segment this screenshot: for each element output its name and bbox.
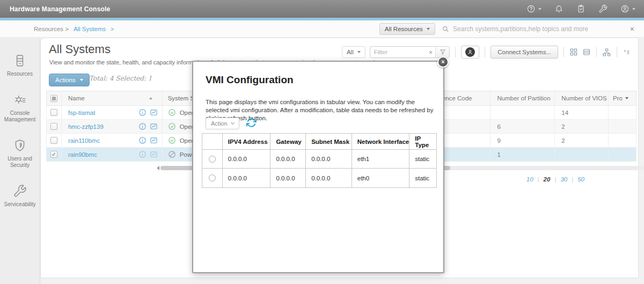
sidebar-item-users-security[interactable]: Users and Security xyxy=(0,139,40,169)
breadcrumb-all-systems[interactable]: All Systems xyxy=(74,26,106,32)
info-icon[interactable] xyxy=(138,108,147,116)
page-size-selector: 10 | 20 | 30 | 50 xyxy=(526,176,584,183)
column-menu-icon xyxy=(625,97,628,99)
wrench-icon xyxy=(13,184,27,198)
column-settings-icon[interactable] xyxy=(623,48,631,56)
action-dropdown-button[interactable]: Action xyxy=(206,118,239,129)
filter-group: × xyxy=(370,46,450,58)
list-view-icon[interactable] xyxy=(582,48,591,56)
status-operating-icon xyxy=(168,122,176,130)
row-checkbox[interactable] xyxy=(47,120,62,133)
subnet-mask-cell: 0.0.0.0 xyxy=(306,150,352,168)
system-name-link[interactable]: hmc-zzfp139 xyxy=(68,123,135,130)
column-header-vios[interactable]: Number of VIOS xyxy=(555,91,609,105)
column-header-name[interactable]: Name xyxy=(62,91,163,105)
accent-strip xyxy=(0,18,644,20)
performance-chart-icon[interactable] xyxy=(150,108,158,116)
column-header-subnet-mask: Subnet Mask xyxy=(306,134,352,149)
filter-input[interactable] xyxy=(370,49,426,55)
partitions-cell xyxy=(491,106,555,119)
notifications-icon[interactable] xyxy=(554,4,564,13)
filter-clear-icon[interactable]: × xyxy=(426,48,436,56)
filter-funnel-icon[interactable] xyxy=(435,47,449,57)
info-icon[interactable] xyxy=(138,122,147,130)
sidebar-item-resources[interactable]: Resources xyxy=(0,54,40,77)
server-icon xyxy=(13,54,27,68)
column-header-ipv4: IPV4 Address xyxy=(223,134,271,149)
subnet-mask-cell: 0.0.0.0 xyxy=(306,169,352,187)
page-size-10[interactable]: 10 xyxy=(526,176,533,183)
row-checkbox[interactable] xyxy=(47,106,62,119)
breadcrumb: Resources > All Systems > xyxy=(34,20,114,38)
radio-column-header xyxy=(202,134,223,149)
column-header-network-interface: Network Interface xyxy=(352,134,410,149)
toolbar-divider xyxy=(617,47,617,57)
system-name-link[interactable]: rain90bmc xyxy=(68,151,135,158)
performance-chart-icon[interactable] xyxy=(150,150,158,158)
sidebar-label: Resources xyxy=(6,71,34,77)
pinned-user-button[interactable] xyxy=(461,46,479,59)
breadcrumb-chevron: > xyxy=(111,26,114,32)
row-checkbox[interactable] xyxy=(47,134,62,147)
vios-cell xyxy=(555,148,609,161)
row-checkbox-checked[interactable] xyxy=(47,148,62,161)
grid-view-icon[interactable] xyxy=(569,48,578,56)
sidebar-item-console-management[interactable]: Console Management xyxy=(0,93,40,123)
row-radio[interactable] xyxy=(209,156,216,163)
pro-cell xyxy=(609,148,636,161)
table-toolbar: All × Connect Systems... xyxy=(342,46,631,59)
topology-view-icon[interactable] xyxy=(602,48,611,57)
scroll-left-icon[interactable] xyxy=(157,166,159,170)
info-icon[interactable] xyxy=(138,136,147,144)
connect-systems-button[interactable]: Connect Systems... xyxy=(491,46,558,59)
sidebar-label: Serviceability xyxy=(3,201,37,208)
titlebar-icons xyxy=(526,4,635,13)
refresh-icon[interactable] xyxy=(246,118,257,128)
page-size-20-active[interactable]: 20 xyxy=(544,176,551,183)
column-header-ip-type: IP Type xyxy=(409,134,436,149)
global-search-input[interactable] xyxy=(453,25,624,33)
column-header-pro[interactable]: Pro xyxy=(609,91,636,105)
serviceability-icon[interactable] xyxy=(598,4,608,13)
vios-cell: 2 xyxy=(555,120,609,133)
action-label: Action xyxy=(211,120,228,127)
app-title: Hardware Management Console xyxy=(10,5,110,13)
close-icon[interactable]: × xyxy=(437,56,449,68)
page-size-30[interactable]: 30 xyxy=(560,176,567,183)
status-operating-icon xyxy=(168,108,176,116)
partitions-cell: 9 xyxy=(491,134,555,147)
performance-chart-icon[interactable] xyxy=(150,122,158,130)
ipv4-cell: 0.0.0.0 xyxy=(223,169,271,187)
select-all-checkbox[interactable] xyxy=(47,91,62,105)
info-icon[interactable] xyxy=(138,150,147,158)
breadcrumb-resources[interactable]: Resources > xyxy=(34,26,69,32)
system-name-link[interactable]: rain110bmc xyxy=(68,137,135,144)
tasks-icon[interactable] xyxy=(576,4,586,13)
search-scope-dropdown[interactable]: All Resources xyxy=(379,23,435,35)
page-size-50[interactable]: 50 xyxy=(577,176,584,183)
performance-chart-icon[interactable] xyxy=(150,136,158,144)
vmi-configuration-dialog: × VMI Configuration This page displays t… xyxy=(192,61,444,273)
column-header-partitions[interactable]: Number of Partition xyxy=(491,91,555,105)
row-radio[interactable] xyxy=(209,174,216,181)
gateway-cell: 0.0.0.0 xyxy=(270,150,306,168)
filter-scope-dropdown[interactable]: All xyxy=(342,46,365,58)
system-name-link[interactable]: fsp-tiamat xyxy=(68,110,135,116)
ip-type-cell: static xyxy=(409,150,436,168)
pro-cell xyxy=(609,106,636,119)
sidebar-item-serviceability[interactable]: Serviceability xyxy=(0,184,40,208)
ip-type-cell: static xyxy=(409,169,436,187)
actions-button[interactable]: Actions xyxy=(49,74,90,86)
network-interface-cell: eth1 xyxy=(352,150,410,168)
search-clear-icon[interactable]: × xyxy=(628,25,636,33)
page-title: All Systems xyxy=(49,42,111,56)
pro-cell xyxy=(609,120,636,133)
account-icon[interactable] xyxy=(620,4,635,13)
status-power-off-icon xyxy=(168,150,176,158)
help-icon[interactable] xyxy=(526,4,541,13)
sidebar-label: Users and Security xyxy=(0,156,40,169)
partitions-cell: 6 xyxy=(491,120,555,133)
search-scope-label: All Resources xyxy=(385,26,423,32)
sidebar-label: Console Management xyxy=(0,110,40,123)
titlebar: Hardware Management Console xyxy=(0,0,644,18)
